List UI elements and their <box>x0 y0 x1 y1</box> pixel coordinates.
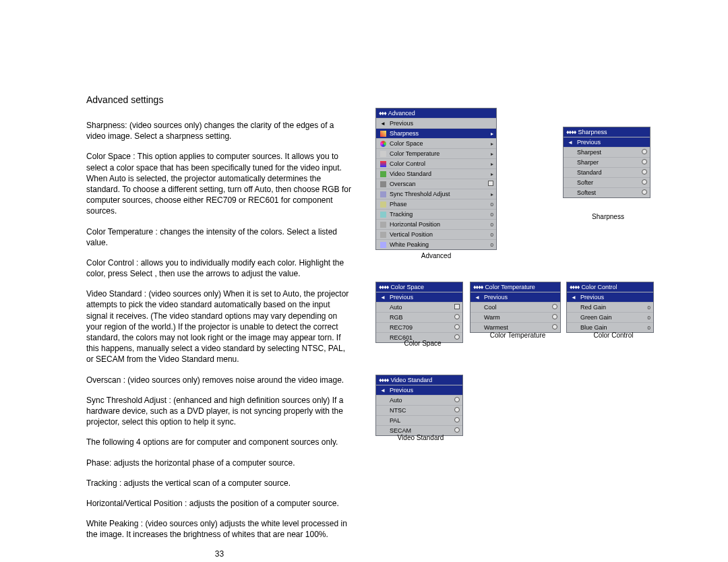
menu-item[interactable]: ◄Previous <box>376 118 496 128</box>
menu-item-label: Previous <box>484 294 547 301</box>
previous-icon: ◄ <box>379 387 387 394</box>
menu-item-label: Standard <box>577 169 636 176</box>
menu-item[interactable]: Video Standard▸ <box>376 168 496 179</box>
page-number: 33 <box>86 549 353 559</box>
menu-item-label: Sharpness <box>390 130 483 137</box>
menu-item-label: Softer <box>577 179 636 186</box>
menu-item-indicator: 0 <box>485 201 493 208</box>
menu-item-label: RGB <box>390 314 449 321</box>
menu-item[interactable]: Warm <box>471 312 560 322</box>
menu-item-indicator <box>452 417 460 424</box>
menu-item-label: Previous <box>390 120 483 127</box>
menu-item[interactable]: Vertical Position0 <box>376 229 496 239</box>
menu-item[interactable]: Tracking0 <box>376 209 496 219</box>
menu-item[interactable]: Auto <box>376 395 462 405</box>
menu-item-label: Color Space <box>390 140 483 147</box>
menu-item-indicator: 0 <box>485 242 493 248</box>
menu-item-indicator: 0 <box>642 305 650 311</box>
menu-item-indicator <box>452 427 460 434</box>
text-column: Advanced settings Sharpness: (video sour… <box>86 94 353 559</box>
document-page: Advanced settings Sharpness: (video sour… <box>0 0 728 562</box>
menu-item[interactable]: ◄Previous <box>567 292 653 302</box>
sharp-icon <box>379 130 387 137</box>
menu-item[interactable]: Softest <box>564 187 650 197</box>
caption-sharpness: Sharpness <box>584 213 632 220</box>
menu-item[interactable]: Horizontal Position0 <box>376 219 496 229</box>
menu-item-indicator: ▸ <box>485 161 493 167</box>
prev-icon: ◄ <box>379 120 387 127</box>
para-color-temperature: Color Temperature : changes the intensit… <box>86 226 353 248</box>
menu-item[interactable]: Color Control▸ <box>376 158 496 168</box>
menu-item[interactable]: Color Temperature▸ <box>376 148 496 158</box>
para-sync-threshold: Sync Threshold Adjust : (enhanced and hi… <box>86 395 353 428</box>
menu-item[interactable]: Sync Threshold Adjust▸ <box>376 189 496 199</box>
menu-item[interactable]: Color Space▸ <box>376 138 496 148</box>
menu-item-label: Previous <box>580 294 640 301</box>
menu-item[interactable]: ◄Previous <box>471 292 560 302</box>
menu-item-indicator <box>639 179 647 186</box>
menu-item[interactable]: REC709 <box>376 322 462 332</box>
menu-video-standard: ♦♦♦♦Video Standard◄PreviousAutoNTSCPALSE… <box>375 375 463 436</box>
menu-item-label: Softest <box>577 189 636 196</box>
para-white-peaking: White Peaking : (video sources only) adj… <box>86 518 353 540</box>
menu-item-indicator: 0 <box>642 325 650 331</box>
menu-title: ♦♦♦♦Color Space <box>376 282 462 292</box>
menu-item-label: PAL <box>390 417 449 424</box>
previous-icon: ◄ <box>566 139 574 146</box>
menu-item[interactable]: Cool <box>471 302 560 312</box>
menu-item-label: Color Control <box>390 160 483 167</box>
para-sharpness: Sharpness: (video sources only) changes … <box>86 120 353 142</box>
caption-advanced: Advanced <box>409 252 463 259</box>
menu-item-label: Red Gain <box>580 304 640 311</box>
menu-item[interactable]: Sharpness▸ <box>376 128 496 138</box>
menu-item[interactable]: Auto <box>376 302 462 312</box>
menu-item-label: Sync Threshold Adjust <box>390 191 483 197</box>
ph-icon <box>379 201 387 208</box>
para-four-options: The following 4 options are for computer… <box>86 437 353 447</box>
tr-icon <box>379 211 387 218</box>
menu-item[interactable]: ◄Previous <box>564 137 650 147</box>
menu-item-indicator: ▸ <box>485 171 493 177</box>
caption-video-standard: Video Standard <box>390 434 451 441</box>
menu-item[interactable]: ◄Previous <box>376 385 462 395</box>
menu-item[interactable]: Warmest <box>471 322 560 332</box>
previous-icon: ◄ <box>473 294 481 301</box>
menu-item-label: Previous <box>390 387 449 394</box>
menu-item-indicator: ▸ <box>485 151 493 157</box>
vs-icon <box>379 170 387 177</box>
menu-item[interactable]: RGB <box>376 312 462 322</box>
menu-item[interactable]: Green Gain0 <box>567 312 653 322</box>
menu-item-label: Horizontal Position <box>390 221 483 228</box>
menu-item-indicator <box>639 189 647 196</box>
menu-item[interactable]: PAL <box>376 415 462 425</box>
previous-icon: ◄ <box>570 294 578 301</box>
menu-item-label: Warmest <box>484 324 547 331</box>
menu-item-indicator: 0 <box>642 315 650 321</box>
menu-item[interactable]: Standard <box>564 167 650 177</box>
menu-item[interactable]: Sharper <box>564 157 650 167</box>
para-overscan: Overscan : (video sources only) removes … <box>86 375 353 385</box>
menu-item[interactable]: Phase0 <box>376 199 496 209</box>
menu-item[interactable]: Sharpest <box>564 147 650 157</box>
menu-item[interactable]: Softer <box>564 177 650 187</box>
menu-item-indicator <box>452 334 460 341</box>
menu-item[interactable]: ◄Previous <box>376 292 462 302</box>
menu-item[interactable]: NTSC <box>376 405 462 415</box>
menu-item[interactable]: Blue Gain0 <box>567 322 653 332</box>
screenshot-column: ♦♦♦Advanced◄PreviousSharpness▸Color Spac… <box>369 94 688 559</box>
menu-item-label: Video Standard <box>390 170 483 177</box>
menu-item[interactable]: White Peaking0 <box>376 239 496 249</box>
menu-item-label: Blue Gain <box>580 324 640 331</box>
menu-item-indicator: ▸ <box>485 141 493 147</box>
menu-item[interactable]: Red Gain0 <box>567 302 653 312</box>
menu-item[interactable]: Overscan <box>376 179 496 189</box>
menu-title: ♦♦♦♦Video Standard <box>376 375 462 385</box>
menu-item-indicator: 0 <box>485 212 493 218</box>
menu-item-label: Green Gain <box>580 314 640 321</box>
menu-advanced: ♦♦♦Advanced◄PreviousSharpness▸Color Spac… <box>375 108 497 250</box>
menu-item-label: SECAM <box>390 427 449 434</box>
menu-color-control: ♦♦♦♦Color Control◄PreviousRed Gain0Green… <box>566 282 654 333</box>
menu-item-indicator <box>639 159 647 166</box>
menu-item-indicator: ▸ <box>485 191 493 197</box>
menu-color-space: ♦♦♦♦Color Space◄PreviousAutoRGBREC709REC… <box>375 282 463 343</box>
